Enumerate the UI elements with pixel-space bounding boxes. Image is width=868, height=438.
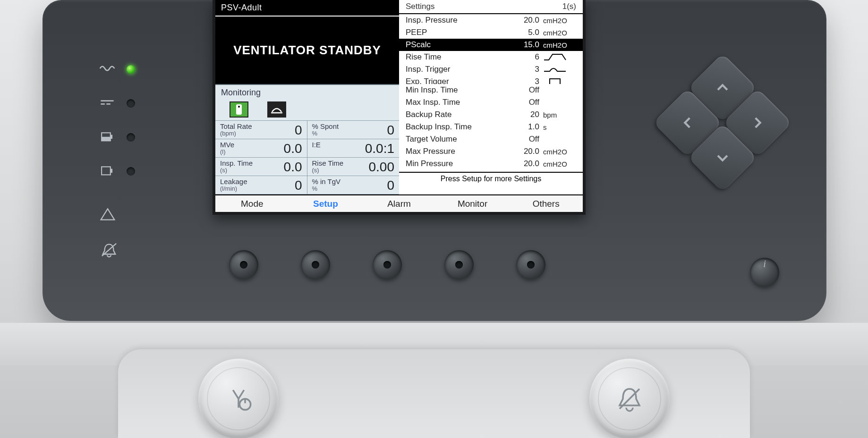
- monitor-cell: I:E 0.0:1: [307, 139, 400, 158]
- monitor-label: % in TgV%: [312, 178, 341, 192]
- settings-panel-bottom: Min Insp. Time Off Max Insp. Time Off Ba…: [399, 84, 583, 194]
- setting-wave-icon: [543, 65, 576, 75]
- softkey-3[interactable]: [373, 250, 402, 279]
- alarm-triangle-icon: [99, 207, 116, 224]
- setting-label: Insp. Trigger: [406, 65, 510, 74]
- setting-label: Target Volume: [406, 135, 510, 144]
- setting-unit: cmH2O: [543, 17, 576, 25]
- setting-row[interactable]: PScalc 15.0 cmH2O: [399, 39, 583, 51]
- tab-setup[interactable]: Setup: [289, 195, 363, 212]
- setting-label: Max Insp. Time: [406, 98, 510, 107]
- power-standby-button[interactable]: [198, 359, 279, 438]
- setting-value: 6: [510, 52, 543, 62]
- monitor-cell: % Spont% 0: [307, 121, 400, 139]
- alarm-silence-icon: [99, 242, 119, 261]
- ventilation-mode-label: PSV-Adult: [215, 0, 399, 17]
- setting-label: Backup Rate: [406, 110, 510, 119]
- monitor-value: 0.0:1: [365, 141, 394, 156]
- setting-label: Min Insp. Time: [406, 85, 510, 95]
- setting-value: 20.0: [510, 147, 543, 156]
- monitor-label: Insp. Time(s): [220, 160, 253, 173]
- monitor-cell: Insp. Time(s) 0.0: [215, 158, 307, 176]
- svg-rect-7: [111, 169, 112, 173]
- setting-label: Insp. Pressure: [406, 16, 510, 25]
- setting-unit: cmH2O: [543, 160, 576, 168]
- setting-unit: cmH2O: [543, 41, 576, 49]
- monitor-label: % Spont%: [312, 123, 339, 136]
- monitor-cell: % in TgV% 0: [307, 176, 400, 194]
- setting-row[interactable]: Max Pressure 20.0 cmH2O: [399, 145, 583, 158]
- setting-value: Off: [510, 135, 543, 144]
- info-button-wrap: [750, 250, 779, 287]
- monitor-value: 0: [295, 123, 302, 138]
- monitor-value: 0.0: [284, 141, 302, 156]
- setting-row[interactable]: Min Insp. Time Off: [399, 84, 583, 96]
- monitor-value: 0.00: [369, 160, 395, 175]
- monitor-cell: Total Rate(bpm) 0: [215, 121, 307, 139]
- setting-unit: bpm: [543, 111, 576, 119]
- lcd-screen: PSV-Adult VENTILATOR STANDBY Settings 1(…: [213, 0, 586, 215]
- setting-row[interactable]: Backup Rate 20 bpm: [399, 109, 583, 121]
- setting-row[interactable]: Max Insp. Time Off: [399, 96, 583, 109]
- softkey-5[interactable]: [516, 250, 545, 279]
- tab-monitor[interactable]: Monitor: [436, 195, 510, 212]
- setting-value: 20.0: [510, 159, 543, 168]
- setting-unit: s: [543, 123, 576, 131]
- monitoring-title: Monitoring: [215, 85, 399, 101]
- tab-alarm[interactable]: Alarm: [362, 195, 436, 212]
- setting-unit: cmH2O: [543, 148, 576, 156]
- ac-power-row: [99, 61, 135, 77]
- setting-label: Min Pressure: [406, 159, 510, 168]
- battery-empty-icon: [99, 164, 115, 179]
- setting-row[interactable]: Backup Insp. Time 1.0 s: [399, 121, 583, 133]
- setting-row[interactable]: Rise Time 6: [399, 51, 583, 63]
- softkey-4[interactable]: [444, 250, 474, 279]
- setting-row[interactable]: PEEP 5.0 cmH2O: [399, 26, 583, 39]
- main-status-text: VENTILATOR STANDBY: [215, 17, 399, 84]
- screen-middle: Monitoring Total Rate(bpm) 0 % Spont% 0 …: [215, 84, 583, 194]
- monitor-label: Rise Time(s): [312, 160, 344, 173]
- setting-value: 15.0: [510, 40, 543, 50]
- int-battery-led: [127, 133, 135, 142]
- setting-value: Off: [510, 85, 543, 95]
- softkey-1[interactable]: [229, 250, 258, 279]
- monitor-label: Total Rate(bpm): [220, 123, 252, 136]
- monitor-value: 0: [295, 178, 302, 193]
- setting-row[interactable]: Target Volume Off: [399, 133, 583, 145]
- status-led-column: [99, 61, 135, 261]
- svg-point-10: [238, 106, 240, 108]
- setting-label: PScalc: [406, 40, 510, 50]
- setting-row[interactable]: Insp. Trigger 3: [399, 63, 583, 76]
- dc-power-led: [127, 99, 135, 108]
- setting-label: Rise Time: [406, 52, 510, 62]
- ac-power-led: [127, 65, 135, 74]
- svg-rect-5: [111, 135, 112, 139]
- alarm-silence-indicator-row: [99, 242, 135, 261]
- monitor-value: 0.0: [284, 160, 302, 175]
- int-battery-row: [99, 129, 135, 145]
- setting-value: 20.0: [510, 16, 543, 25]
- settings-header-col: 1(s): [562, 2, 576, 11]
- info-button[interactable]: [750, 258, 779, 287]
- settings-header-title: Settings: [406, 2, 562, 11]
- setting-row[interactable]: Insp. Pressure 20.0 cmH2O: [399, 14, 583, 26]
- tab-bar: Mode Setup Alarm Monitor Others: [215, 194, 583, 212]
- setting-value: Off: [510, 98, 543, 107]
- settings-header: Settings 1(s): [399, 0, 583, 14]
- monitoring-grid: Total Rate(bpm) 0 % Spont% 0 MVe(l) 0.0 …: [215, 120, 399, 194]
- dc-power-row: [99, 95, 135, 111]
- monitor-label: MVe(l): [220, 141, 234, 155]
- monitor-value: 0: [387, 123, 394, 138]
- setting-row[interactable]: Min Pressure 20.0 cmH2O: [399, 158, 583, 170]
- setting-wave-icon: [543, 52, 576, 62]
- mask-icon: [267, 101, 286, 118]
- monitor-value: 0: [387, 178, 394, 193]
- ac-power-icon: [99, 62, 115, 77]
- setting-value: 5.0: [510, 28, 543, 37]
- monitor-cell: Leakage(l/min) 0: [215, 176, 307, 194]
- softkey-2[interactable]: [301, 250, 330, 279]
- ext-battery-row: [99, 163, 135, 179]
- alarm-silence-button[interactable]: [589, 359, 670, 438]
- tab-others[interactable]: Others: [509, 195, 583, 212]
- tab-mode[interactable]: Mode: [215, 195, 289, 212]
